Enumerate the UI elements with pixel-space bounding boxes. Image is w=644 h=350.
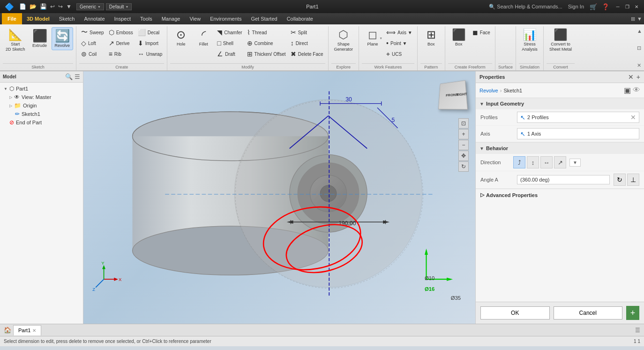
menu-tools[interactable]: Tools xyxy=(135,13,157,24)
plane-dropdown-arrow[interactable]: ▼ xyxy=(379,37,382,40)
hole-btn[interactable]: ⊙ Hole xyxy=(170,27,192,48)
more-icon[interactable]: ▼ xyxy=(65,3,73,10)
derive-btn[interactable]: ↗Derive xyxy=(107,38,135,48)
breadcrumb-revolve-link[interactable]: Revolve xyxy=(479,88,498,93)
orbit-btn[interactable]: ↻ xyxy=(458,161,469,172)
ribbon-expand-icon[interactable]: ▼ xyxy=(637,16,642,22)
part1-tab[interactable]: Part1 ✕ xyxy=(13,325,41,335)
menu-inspect[interactable]: Inspect xyxy=(110,13,135,24)
props-section-input-header[interactable]: ▼ Input Geometry xyxy=(476,98,644,109)
props-close-icon[interactable]: ✕ xyxy=(628,73,634,81)
extrude-btn[interactable]: ⬛ Extrude xyxy=(29,27,51,50)
part1-tab-close[interactable]: ✕ xyxy=(32,328,36,333)
tree-item-end-of-part[interactable]: ⊘ End of Part xyxy=(2,118,81,127)
tree-expand-view[interactable]: ▷ xyxy=(9,95,12,99)
sweep-btn[interactable]: 〜Sweep xyxy=(79,27,106,38)
ribbon-chevron-up[interactable]: ▲ xyxy=(637,28,642,34)
viewport[interactable]: 30 5 190.00 Ø16 Ø35 Ø10 xyxy=(83,71,475,324)
tree-item-origin[interactable]: ▷ 📁 Origin xyxy=(2,101,81,110)
direction-btn-2[interactable]: ↕ xyxy=(527,156,539,168)
menu-collaborate[interactable]: Collaborate xyxy=(282,13,318,24)
box-pattern-btn[interactable]: ⊞ Box xyxy=(420,27,442,48)
combine-btn[interactable]: ⊕Combine xyxy=(245,38,288,48)
pan-btn[interactable]: ✥ xyxy=(458,151,469,161)
coil-btn[interactable]: ⊚Coil xyxy=(79,49,106,59)
angle-value-input[interactable]: (360.00 deg) xyxy=(517,175,610,184)
props-advanced-section[interactable]: ▷ Advanced Properties xyxy=(476,189,644,201)
menu-annotate[interactable]: Annotate xyxy=(80,13,110,24)
minimize-btn[interactable]: ─ xyxy=(614,3,622,10)
shopping-cart-icon[interactable]: 🛒 xyxy=(590,3,597,10)
delete-face-btn[interactable]: ✖Delete Face xyxy=(289,49,325,59)
menu-sketch[interactable]: Sketch xyxy=(54,13,80,24)
redo-icon[interactable]: ↪ xyxy=(57,3,64,10)
restore-btn[interactable]: ❐ xyxy=(623,3,631,10)
tree-expand-part1[interactable]: ▼ xyxy=(4,87,7,91)
zoom-in-btn[interactable]: + xyxy=(458,129,469,139)
menu-manage[interactable]: Manage xyxy=(157,13,185,24)
loft-btn[interactable]: ◇Loft xyxy=(79,38,106,48)
fillet-btn[interactable]: ◜ Fillet xyxy=(193,27,214,48)
home-tab-icon[interactable]: 🏠 xyxy=(4,327,11,334)
angle-lock-btn[interactable]: ⊥ xyxy=(627,174,639,186)
profiles-clear-btn[interactable]: ✕ xyxy=(630,114,636,121)
save-icon[interactable]: 💾 xyxy=(39,3,48,10)
toolbar-toggle[interactable]: ⊞ xyxy=(631,16,635,22)
search-box-title[interactable]: 🔍 Search Help & Commands... xyxy=(489,4,562,10)
direction-btn-4[interactable]: ↗ xyxy=(554,156,566,168)
close-panel-icon[interactable]: ✕ xyxy=(637,62,642,68)
ok-button[interactable]: OK xyxy=(480,306,550,320)
ucs-btn[interactable]: ⌖UCS xyxy=(384,49,414,59)
thicken-offset-btn[interactable]: ⊞Thicken/ Offset xyxy=(245,49,288,59)
generic-dropdown[interactable]: Generic xyxy=(76,3,104,10)
direction-btn-3[interactable]: ↔ xyxy=(540,156,553,168)
freeform-btn[interactable]: ⬛ Box xyxy=(448,27,470,48)
sidebar-search-icon[interactable]: 🔍 xyxy=(65,73,73,80)
draft-btn[interactable]: ∠Draft xyxy=(215,49,244,59)
import-btn[interactable]: ⬇Import xyxy=(136,38,164,48)
sidebar-menu-icon[interactable]: ☰ xyxy=(75,73,80,80)
convert-sheet-metal-btn[interactable]: ⬛ Convert toSheet Metal xyxy=(547,27,575,54)
expand-panel-icon[interactable]: ⊡ xyxy=(637,45,642,51)
menu-view[interactable]: View xyxy=(185,13,205,24)
tabs-menu-btn[interactable]: ☰ xyxy=(635,327,640,334)
unwrap-btn[interactable]: ↔Unwrap xyxy=(136,49,164,59)
decal-btn[interactable]: ⬜Decal xyxy=(136,27,164,38)
file-menu[interactable]: File xyxy=(2,13,22,24)
add-feature-btn[interactable]: + xyxy=(626,306,639,320)
direction-btn-1[interactable]: ⤴ xyxy=(513,156,525,168)
split-btn[interactable]: ✂Split xyxy=(289,27,325,38)
profiles-input[interactable]: ↖ 2 Profiles ✕ xyxy=(517,112,639,123)
help-icon[interactable]: ❓ xyxy=(602,3,609,10)
point-btn[interactable]: •Point ▼ xyxy=(384,38,414,48)
chamfer-btn[interactable]: ◥Chamfer xyxy=(215,27,244,38)
shell-btn[interactable]: □Shell xyxy=(215,38,244,48)
navigation-cube[interactable]: FRONT RIGHT xyxy=(433,76,471,114)
thread-btn[interactable]: ⌇Thread xyxy=(245,27,288,38)
props-view-icon-2[interactable]: 👁 xyxy=(633,86,640,95)
default-dropdown[interactable]: Default xyxy=(106,3,132,10)
tree-item-sketch1[interactable]: ✏ Sketch1 xyxy=(2,110,81,118)
props-view-icon-1[interactable]: ▣ xyxy=(624,86,631,95)
start-2d-sketch-btn[interactable]: 📐 Start2D Sketch xyxy=(3,27,28,54)
tree-expand-origin[interactable]: ▷ xyxy=(9,104,12,108)
tree-item-part1[interactable]: ▼ ⬡ Part1 xyxy=(2,84,81,93)
revolve-btn[interactable]: 🔄 Revolve xyxy=(52,27,74,50)
new-file-icon[interactable]: 📄 xyxy=(18,3,27,10)
axis-btn[interactable]: ⟺Axis ▼ xyxy=(384,27,414,38)
menu-get-started[interactable]: Get Started xyxy=(246,13,282,24)
rib-btn[interactable]: ≡Rib xyxy=(107,49,135,59)
menu-environments[interactable]: Environments xyxy=(205,13,246,24)
zoom-all-btn[interactable]: ⊡ xyxy=(458,118,469,129)
close-btn[interactable]: ✕ xyxy=(633,3,640,10)
angle-cycle-btn[interactable]: ↻ xyxy=(614,174,626,186)
sign-in-btn[interactable]: Sign In xyxy=(568,4,584,9)
stress-analysis-btn[interactable]: 📊 StressAnalysis xyxy=(519,27,540,54)
model-tab[interactable]: Model xyxy=(3,74,16,79)
open-file-icon[interactable]: 📂 xyxy=(29,3,37,10)
shape-generator-btn[interactable]: ⬡ ShapeGenerator xyxy=(331,27,356,54)
plane-btn[interactable]: ◻ Plane ▼ xyxy=(362,27,383,48)
direction-dropdown[interactable]: ▼ xyxy=(569,159,581,167)
face-btn[interactable]: ◼Face xyxy=(471,27,492,38)
nav-cube-face-front[interactable]: FRONT RIGHT xyxy=(438,80,468,110)
